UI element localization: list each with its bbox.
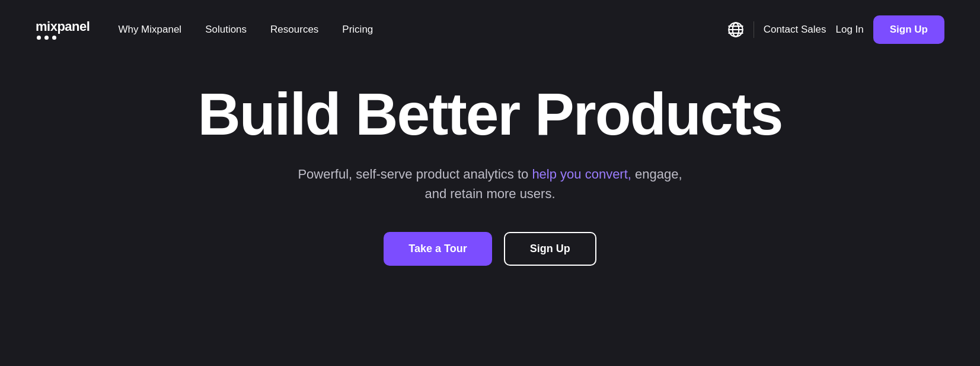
logo-text: mixpanel — [36, 20, 90, 33]
nav-item-pricing[interactable]: Pricing — [342, 24, 373, 36]
logo-dot-3 — [52, 36, 56, 40]
globe-icon[interactable] — [727, 21, 744, 38]
nav-link-pricing[interactable]: Pricing — [342, 24, 373, 35]
hero-subtitle: Powerful, self-serve product analytics t… — [289, 164, 692, 203]
logo-dots — [36, 36, 90, 40]
nav-left: mixpanel Why Mixpanel Solutions Resource… — [36, 20, 373, 40]
navbar: mixpanel Why Mixpanel Solutions Resource… — [0, 0, 980, 59]
log-in-link[interactable]: Log In — [836, 24, 864, 36]
hero-subtitle-part1: Powerful, self-serve product analytics t… — [298, 167, 532, 182]
hero-title: Build Better Products — [198, 83, 783, 145]
logo-dot-1 — [37, 36, 41, 40]
logo[interactable]: mixpanel — [36, 20, 90, 40]
nav-item-solutions[interactable]: Solutions — [205, 24, 247, 36]
nav-links: Why Mixpanel Solutions Resources Pricing — [118, 24, 373, 36]
sign-up-nav-button[interactable]: Sign Up — [873, 15, 944, 44]
contact-sales-link[interactable]: Contact Sales — [764, 24, 826, 36]
hero-buttons: Take a Tour Sign Up — [384, 232, 596, 266]
logo-dot-2 — [44, 36, 49, 40]
sign-up-hero-button[interactable]: Sign Up — [504, 232, 596, 266]
hero-section: Build Better Products Powerful, self-ser… — [0, 59, 980, 301]
nav-item-resources[interactable]: Resources — [270, 24, 318, 36]
nav-right: Contact Sales Log In Sign Up — [727, 15, 944, 44]
hero-subtitle-highlight: help you convert, — [532, 167, 631, 182]
take-a-tour-button[interactable]: Take a Tour — [384, 232, 491, 266]
nav-divider — [754, 21, 754, 38]
nav-item-why-mixpanel[interactable]: Why Mixpanel — [118, 24, 181, 36]
nav-link-solutions[interactable]: Solutions — [205, 24, 247, 35]
nav-link-why-mixpanel[interactable]: Why Mixpanel — [118, 24, 181, 35]
nav-link-resources[interactable]: Resources — [270, 24, 318, 35]
